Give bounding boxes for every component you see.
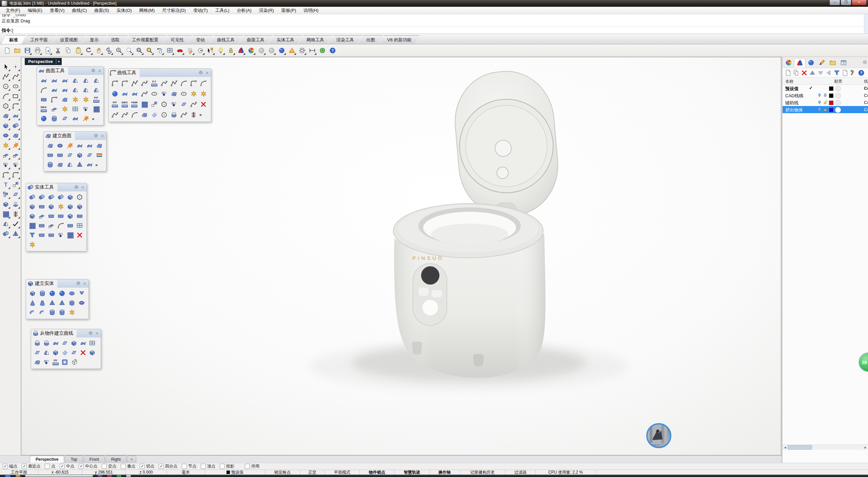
menu-曲面(S)[interactable]: 曲面(S) (91, 7, 113, 14)
rhino-web-icon[interactable] (317, 46, 327, 56)
array-along-curve-icon[interactable] (11, 210, 20, 219)
osnap-垂点[interactable]: 垂点 (121, 463, 135, 469)
osnap-交点[interactable]: 交点 (102, 463, 116, 469)
tool-icon-surface-tools-2-2[interactable] (59, 95, 70, 104)
tool-icon-curve-from-objects-0-1[interactable] (42, 338, 51, 348)
menu-实体(O)[interactable]: 实体(O) (113, 7, 136, 14)
boolean-difference-icon[interactable] (1, 200, 10, 209)
avatar[interactable] (646, 423, 671, 448)
panel-header[interactable]: 曲线工具× (108, 69, 211, 77)
tool-icon-curve-tools-0-2[interactable] (130, 78, 139, 88)
tool-icon-curve-tools-2-4[interactable] (149, 99, 159, 109)
new-file-icon[interactable] (2, 46, 12, 56)
layer-material-swatch[interactable] (835, 107, 841, 113)
gear-icon[interactable] (76, 281, 81, 287)
menu-网格(M)[interactable]: 网格(M) (135, 7, 158, 14)
layer-lock-icon[interactable] (823, 107, 828, 113)
tool-icon-create-solid-1-5[interactable] (77, 298, 86, 308)
tool-icon-curve-tools-0-9[interactable] (198, 78, 208, 88)
tool-icon-curve-from-objects-1-3[interactable] (60, 348, 69, 357)
tool-icon-surface-tools-0-5[interactable] (91, 76, 101, 85)
tool-icon-solid-tools-1-1[interactable] (37, 202, 46, 211)
tool-icon-solid-tools-3-4[interactable] (65, 221, 75, 230)
tool-icon-curve-from-objects-2-4[interactable] (69, 357, 78, 367)
column-header-linetype[interactable]: 线型 (864, 79, 868, 85)
tool-icon-curve-tools-1-3[interactable] (139, 88, 149, 99)
osnap-checkbox[interactable] (201, 464, 206, 469)
circle-center-radius-icon[interactable] (195, 46, 205, 56)
tool-icon-create-surface-2-1[interactable] (55, 160, 65, 169)
tool-icon-create-solid-0-5[interactable] (77, 289, 86, 298)
surface-from-points-icon[interactable] (1, 111, 10, 120)
panel-header[interactable]: 从物件建立曲线× (31, 329, 101, 337)
viewport-tab-Perspective[interactable]: Perspective (30, 456, 64, 463)
tool-icon-curve-tools-3-1[interactable] (120, 109, 130, 120)
tool-icon-curve-tools-3-2[interactable] (130, 109, 139, 120)
extrude-surface-icon[interactable] (11, 200, 20, 209)
tool-icon-create-surface-1-0[interactable] (45, 150, 55, 160)
status-平面模式[interactable]: 平面模式 (325, 470, 360, 475)
tool-icon-curve-tools-1-8[interactable] (189, 88, 198, 99)
tool-icon-surface-tools-4-4[interactable] (80, 114, 91, 123)
tool-icon-curve-tools-3-0[interactable] (110, 109, 120, 120)
tool-icon-create-surface-1-2[interactable] (65, 150, 75, 160)
tool-icon-solid-tools-2-3[interactable] (56, 211, 65, 221)
scale-2d-icon[interactable] (11, 180, 20, 189)
status-操作轴[interactable]: 操作轴 (430, 470, 460, 475)
tool-icon-create-surface-0-4[interactable] (84, 141, 94, 150)
tool-icon-curve-tools-2-7[interactable] (179, 99, 189, 109)
rendered-viewport-icon[interactable] (277, 46, 287, 56)
scroll-thumb[interactable] (788, 445, 812, 450)
tool-icon-create-solid-1-1[interactable] (37, 298, 47, 308)
tool-icon-curve-tools-0-0[interactable] (110, 78, 120, 88)
status-y 296.551[interactable]: y 296.551 (82, 470, 126, 475)
osnap-中心点[interactable]: ✓中心点 (79, 463, 97, 469)
osnap-checkbox[interactable] (45, 464, 50, 469)
osnap-checkbox[interactable]: ✓ (22, 464, 27, 469)
control-point-curve-icon[interactable] (11, 72, 20, 81)
osnap-checkbox[interactable] (182, 464, 187, 469)
layers-hscrollbar[interactable]: ◄ ► (783, 444, 868, 450)
tool-icon-curve-tools-3-6[interactable] (169, 109, 179, 120)
status-物件锁点[interactable]: 物件锁点 (360, 470, 395, 475)
tool-icon-solid-tools-4-0[interactable] (27, 230, 37, 240)
flip-direction-icon[interactable] (1, 220, 10, 228)
tool-icon-solid-tools-2-5[interactable] (75, 211, 84, 221)
tool-icon-surface-tools-2-3[interactable] (70, 95, 80, 104)
osnap-checkbox[interactable]: ✓ (79, 464, 84, 469)
panel-more-icon[interactable]: » (91, 116, 95, 121)
close-icon[interactable]: × (206, 70, 209, 76)
tool-icon-solid-tools-1-4[interactable] (65, 202, 75, 211)
filter-layers-button[interactable] (833, 69, 841, 77)
ribbon-tab-标准[interactable]: 标准 (1, 35, 26, 44)
menu-面板(P)[interactable]: 面板(P) (278, 7, 300, 14)
ribbon-tab-V6 的新功能[interactable]: V6 的新功能 (379, 35, 419, 44)
tool-icon-create-solid-2-1[interactable] (37, 308, 47, 317)
cplane-setup-icon[interactable] (185, 46, 195, 56)
osnap-投影[interactable]: 投影 (220, 463, 234, 469)
tool-icon-curve-tools-1-0[interactable] (110, 88, 120, 99)
tool-icon-curve-from-objects-1-4[interactable] (69, 348, 78, 357)
tool-icon-curve-tools-2-2[interactable]: FAIR (130, 99, 139, 109)
tool-icon-curve-tools-2-8[interactable] (189, 99, 198, 109)
tool-icon-create-surface-1-5[interactable] (94, 150, 104, 160)
tool-icon-solid-tools-1-5[interactable] (75, 202, 84, 211)
layer-row-辅助线[interactable]: 辅助线Co (783, 99, 868, 106)
rectangle-icon[interactable] (11, 92, 20, 101)
viewport-tab-Right[interactable]: Right (105, 456, 126, 463)
viewport-layout-icon[interactable] (165, 46, 175, 56)
column-header-name[interactable]: 名称 (785, 79, 793, 84)
scroll-right-icon[interactable]: ► (863, 446, 868, 449)
tool-icon-curve-from-objects-0-0[interactable] (33, 338, 42, 348)
osnap-顶点[interactable]: 顶点 (201, 463, 215, 469)
tool-icon-curve-from-objects-2-2[interactable]: UV (51, 357, 60, 367)
tool-icon-solid-tools-0-0[interactable] (27, 192, 37, 202)
menu-工具(L)[interactable]: 工具(L) (212, 7, 233, 14)
tool-icon-create-surface-2-2[interactable] (65, 160, 75, 169)
print-icon[interactable] (33, 46, 42, 56)
tool-icon-curve-tools-2-9[interactable] (198, 99, 208, 109)
scroll-left-icon[interactable]: ◄ (783, 446, 788, 449)
panel-header[interactable]: 建立实体× (26, 279, 88, 288)
tool-icon-create-surface-1-3[interactable] (75, 150, 84, 160)
tool-icon-create-solid-0-3[interactable] (57, 289, 67, 298)
